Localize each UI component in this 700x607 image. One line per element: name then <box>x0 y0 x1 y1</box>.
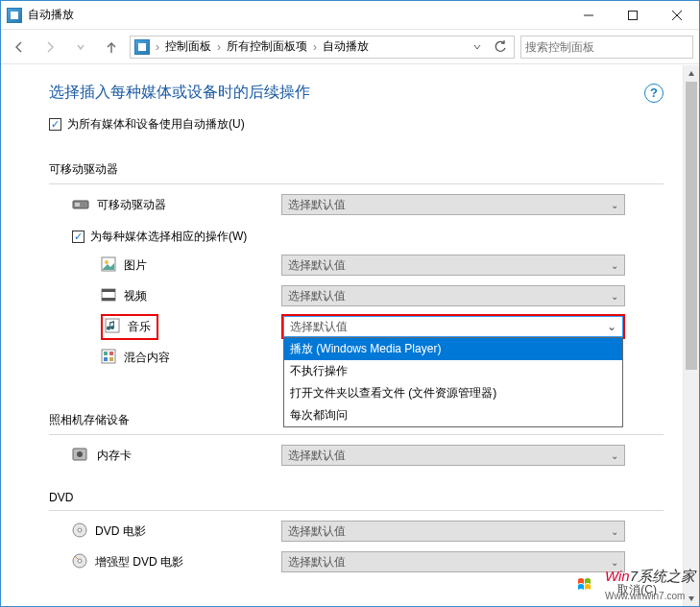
svg-rect-17 <box>109 352 113 355</box>
close-button[interactable] <box>655 1 699 30</box>
dropdown-option[interactable]: 打开文件夹以查看文件 (文件资源管理器) <box>284 382 622 404</box>
combo-value: 选择默认值 <box>288 288 346 304</box>
svg-rect-16 <box>104 352 108 355</box>
dvd-movie-label: DVD 电影 <box>95 523 146 540</box>
combo-value: 选择默认值 <box>288 554 346 571</box>
breadcrumb[interactable]: 自动播放 <box>323 38 369 55</box>
removable-drive-label: 可移动驱动器 <box>97 197 166 213</box>
per-media-label: 为每种媒体选择相应的操作(W) <box>90 229 247 245</box>
watermark-text: 7系统之家 <box>630 568 695 584</box>
mixed-label: 混合内容 <box>124 350 170 366</box>
enhanced-dvd-combo[interactable]: 选择默认值 ⌄ <box>281 551 625 572</box>
address-bar[interactable]: › 控制面板 › 所有控制面板项 › 自动播放 <box>130 36 515 59</box>
window-title: 自动播放 <box>28 7 74 23</box>
memory-card-combo[interactable]: 选择默认值 ⌄ <box>281 445 625 466</box>
mixed-content-icon <box>101 349 116 367</box>
section-dvd-title: DVD <box>49 491 664 504</box>
use-autoplay-all-label: 为所有媒体和设备使用自动播放(U) <box>67 116 245 133</box>
chevron-right-icon: › <box>215 40 223 54</box>
chevron-down-icon: ⌄ <box>611 526 618 537</box>
recent-dropdown[interactable] <box>68 35 93 60</box>
navbar: › 控制面板 › 所有控制面板项 › 自动播放 <box>1 30 699 64</box>
address-history-dropdown[interactable] <box>468 37 487 57</box>
scroll-up-arrow[interactable] <box>684 65 699 82</box>
per-media-checkbox[interactable] <box>72 231 84 243</box>
use-autoplay-all-checkbox[interactable] <box>49 118 61 131</box>
watermark: Win7系统之家 Www.winwin7.com <box>576 568 695 602</box>
vertical-scrollbar[interactable] <box>683 65 699 606</box>
search-box[interactable] <box>520 36 693 59</box>
memory-card-icon <box>72 447 89 465</box>
divider <box>49 510 664 511</box>
chevron-down-icon: ⌄ <box>607 320 616 333</box>
page-title: 选择插入每种媒体或设备时的后续操作 <box>49 83 644 103</box>
scrollbar-thumb[interactable] <box>686 82 697 370</box>
dvd-movie-icon <box>72 522 87 541</box>
combo-value: 选择默认值 <box>288 523 346 540</box>
svg-marker-5 <box>688 71 694 76</box>
svg-rect-19 <box>109 357 113 361</box>
svg-rect-1 <box>629 11 638 19</box>
music-icon <box>105 318 120 336</box>
combo-value: 选择默认值 <box>288 197 346 213</box>
chevron-down-icon: ⌄ <box>611 260 618 271</box>
chevron-down-icon: ⌄ <box>611 450 618 461</box>
combo-value: 选择默认值 <box>288 448 346 464</box>
svg-point-21 <box>77 451 83 457</box>
dropdown-option[interactable]: 不执行操作 <box>284 360 622 382</box>
divider <box>49 434 664 435</box>
svg-rect-13 <box>102 298 115 301</box>
breadcrumb[interactable]: 所有控制面板项 <box>227 38 307 55</box>
removable-drive-icon <box>72 198 89 211</box>
dropdown-option[interactable]: 播放 (Windows Media Player) <box>284 338 622 360</box>
chevron-right-icon: › <box>311 40 319 54</box>
pictures-icon <box>101 256 116 275</box>
autoplay-icon <box>7 8 22 23</box>
maximize-button[interactable] <box>611 1 655 30</box>
videos-icon <box>101 287 116 305</box>
watermark-url: Www.winwin7.com <box>605 591 685 601</box>
dvd-movie-combo[interactable]: 选择默认值 ⌄ <box>281 521 625 542</box>
forward-button[interactable] <box>37 35 62 60</box>
windows-flag-icon <box>576 575 601 595</box>
minimize-button[interactable] <box>567 1 611 30</box>
content-area: 选择插入每种媒体或设备时的后续操作 ? 为所有媒体和设备使用自动播放(U) 可移… <box>1 65 683 606</box>
svg-point-25 <box>78 559 82 563</box>
chevron-down-icon: ⌄ <box>611 200 618 210</box>
enhanced-dvd-icon <box>72 553 87 571</box>
back-button[interactable] <box>7 35 32 60</box>
chevron-down-icon: ⌄ <box>611 557 618 568</box>
music-combo-dropdown: 播放 (Windows Media Player) 不执行操作 打开文件夹以查看… <box>283 337 623 427</box>
combo-value: 选择默认值 <box>290 319 348 335</box>
breadcrumb[interactable]: 控制面板 <box>165 38 211 55</box>
music-label: 音乐 <box>128 319 151 335</box>
svg-point-10 <box>105 260 109 264</box>
svg-rect-12 <box>102 289 115 292</box>
memory-card-label: 内存卡 <box>97 448 132 464</box>
chevron-right-icon: › <box>154 40 161 54</box>
svg-rect-8 <box>75 203 80 206</box>
search-input[interactable] <box>525 40 688 54</box>
refresh-button[interactable] <box>491 37 510 57</box>
videos-label: 视频 <box>124 288 147 304</box>
titlebar: 自动播放 <box>1 1 699 30</box>
dropdown-option[interactable]: 每次都询问 <box>284 404 622 426</box>
autoplay-path-icon <box>134 39 150 55</box>
combo-value: 选择默认值 <box>288 257 346 274</box>
music-combo[interactable]: 选择默认值 ⌄ <box>283 316 623 337</box>
up-button[interactable] <box>99 35 124 60</box>
svg-rect-14 <box>106 319 119 332</box>
svg-point-23 <box>78 528 82 532</box>
pictures-label: 图片 <box>124 257 147 274</box>
watermark-prefix: Win <box>605 568 630 584</box>
videos-combo[interactable]: 选择默认值 ⌄ <box>281 285 625 306</box>
pictures-combo[interactable]: 选择默认值 ⌄ <box>281 255 625 276</box>
chevron-down-icon: ⌄ <box>611 291 618 302</box>
enhanced-dvd-label: 增强型 DVD 电影 <box>95 554 183 571</box>
svg-rect-18 <box>104 357 108 361</box>
section-removable-title: 可移动驱动器 <box>49 161 664 178</box>
removable-drive-combo[interactable]: 选择默认值 ⌄ <box>281 194 625 215</box>
divider <box>49 183 664 184</box>
help-icon[interactable]: ? <box>644 84 664 103</box>
